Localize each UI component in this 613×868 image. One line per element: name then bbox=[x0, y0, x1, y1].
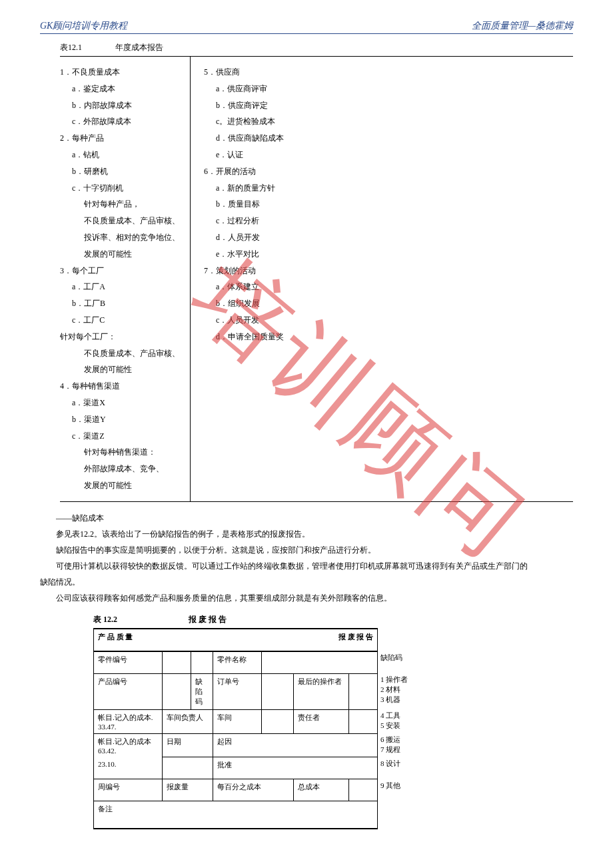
outline-item: c．工厂C bbox=[72, 313, 187, 328]
outline-item: a．体系建立 bbox=[216, 279, 284, 295]
outline-item: 针对每种销售渠道： bbox=[84, 445, 187, 460]
table-12-1-left-col: 1．不良质量成本a．鉴定成本b．内部故障成本c．外部故障成本2．每种产品a．钻机… bbox=[60, 57, 191, 501]
outline-item: a．渠道X bbox=[72, 395, 187, 411]
outline-item: b．质量目标 bbox=[216, 197, 284, 212]
lbl-product-no: 产品编号 bbox=[94, 673, 163, 709]
outline-item: a．鉴定成本 bbox=[72, 81, 187, 97]
outline-item: 针对每个工厂： bbox=[60, 329, 187, 345]
val-responsible bbox=[349, 709, 378, 733]
outline-item: b．供应商评定 bbox=[216, 98, 284, 113]
lbl-scrap-qty: 报废量 bbox=[163, 779, 213, 801]
val-order-no bbox=[262, 673, 294, 709]
outline-item: c．人员开发 bbox=[216, 313, 284, 328]
body-text: ——缺陷成本 参见表12.2。该表给出了一份缺陷报告的例子，是表格形式的报废报告… bbox=[40, 510, 573, 606]
lbl-defect-code: 缺陷码 bbox=[191, 673, 213, 709]
outline-item: 6．开展的活动 bbox=[204, 164, 284, 179]
outline-item: 5．供应商 bbox=[204, 65, 284, 80]
lbl-last-op: 最后的操作者 bbox=[294, 673, 349, 709]
lbl-cause: 起因 bbox=[213, 733, 378, 757]
side-5: 9 其他 bbox=[378, 779, 420, 801]
outline-item: b．渠道Y bbox=[72, 412, 187, 427]
t2-header-left: 产 品 质 量 bbox=[94, 629, 262, 651]
lbl-cost-per-100: 每百分之成本 bbox=[213, 779, 294, 801]
lbl-part-name: 零件名称 bbox=[213, 651, 262, 674]
table-12-1-right-col: 5．供应商a．供应商评审b．供应商评定c。进货检验成本d．供应商缺陷成本e．认证… bbox=[191, 57, 287, 501]
lbl-approve: 批准 bbox=[213, 757, 378, 779]
outline-item: b．研磨机 bbox=[72, 164, 187, 179]
outline-item: b．工厂B bbox=[72, 296, 187, 311]
val-shop bbox=[262, 709, 294, 733]
lbl-remark: 备注 bbox=[94, 801, 378, 829]
outline-item: d．人员开发 bbox=[216, 230, 284, 245]
outline-item: c．过程分析 bbox=[216, 213, 284, 229]
lbl-shop-resp: 车间负责人 bbox=[163, 709, 213, 733]
side-title: 缺陷码 bbox=[378, 651, 420, 674]
val-total-cost bbox=[349, 779, 378, 801]
outline-item: e．认证 bbox=[216, 147, 284, 163]
outline-item: d．申请全国质量奖 bbox=[216, 329, 284, 345]
outline-item: 投诉率、相对的竞争地位、 bbox=[84, 230, 187, 245]
page-header: GK顾问培训专用教程 全面质量管理—桑德霍姆 bbox=[40, 20, 573, 34]
outline-item: 不良质量成本、产品审核、 bbox=[84, 213, 187, 229]
outline-item: 针对每种产品， bbox=[84, 197, 187, 212]
outline-item: a．供应商评审 bbox=[216, 81, 284, 97]
para-see-12-2: 参见表12.2。该表给出了一份缺陷报告的例子，是表格形式的报废报告。 bbox=[40, 526, 573, 542]
lbl-week-no: 周编号 bbox=[94, 779, 163, 801]
outline-item: 发展的可能性 bbox=[84, 247, 187, 262]
outline-item: 4．每种销售渠道 bbox=[60, 379, 187, 394]
para-defect-cost-heading: ——缺陷成本 bbox=[40, 510, 573, 526]
table-12-2-number: 表 12.2 bbox=[93, 614, 187, 625]
outline-item: b．组织发展 bbox=[216, 296, 284, 311]
para-facts-concise: 缺陷报告中的事实应是简明扼要的，以便于分析。这就是说，应按部门和按产品进行分析。 bbox=[40, 542, 573, 558]
lbl-part-no: 零件编号 bbox=[94, 651, 163, 674]
val-product-no bbox=[163, 673, 191, 709]
lbl-acct3: 23.10. bbox=[94, 757, 163, 779]
header-right: 全面质量管理—桑德霍姆 bbox=[472, 20, 573, 32]
table-12-2-title: 报 废 报 告 bbox=[189, 615, 227, 624]
para-computer-feedback-1: 可使用计算机以获得较快的数据反馈。可以通过工作站的终端收集数据，管理者使用打印机… bbox=[40, 558, 573, 574]
outline-item: 1．不良质量成本 bbox=[60, 65, 187, 80]
t2-header-right: 报 废 报 告 bbox=[262, 629, 378, 651]
outline-item: c。进货检验成本 bbox=[216, 114, 284, 129]
val-last-op bbox=[349, 673, 378, 709]
lbl-date: 日期 bbox=[163, 733, 213, 757]
header-left: GK顾问培训专用教程 bbox=[40, 20, 127, 32]
outline-item: 7．策划的活动 bbox=[204, 263, 284, 279]
outline-item: c．外部故障成本 bbox=[72, 114, 187, 129]
lbl-total-cost: 总成本 bbox=[294, 779, 349, 801]
lbl-order-no: 订单号 bbox=[213, 673, 262, 709]
outline-item: c．十字切削机 bbox=[72, 181, 187, 196]
side-4: 8 设计 bbox=[378, 757, 420, 779]
table-12-1-caption: 表12.1 年度成本报告 bbox=[60, 39, 573, 57]
val-part-name bbox=[262, 651, 378, 674]
side-3: 6 搬运7 规程 bbox=[378, 733, 420, 757]
outline-item: 不良质量成本、产品审核、 bbox=[84, 346, 187, 361]
lbl-acct2: 帐目.记入的成本 63.42. bbox=[94, 733, 163, 757]
outline-item: 外部故障成本、竞争、 bbox=[84, 461, 187, 477]
outline-item: 发展的可能性 bbox=[84, 362, 187, 377]
val-part-no-2 bbox=[191, 651, 213, 674]
outline-item: d．供应商缺陷成本 bbox=[216, 131, 284, 146]
val-part-no bbox=[163, 651, 191, 674]
outline-item: a．钻机 bbox=[72, 147, 187, 163]
outline-item: e．水平对比 bbox=[216, 247, 284, 262]
outline-item: b．内部故障成本 bbox=[72, 98, 187, 113]
val-date bbox=[163, 757, 213, 779]
outline-item: 发展的可能性 bbox=[84, 478, 187, 493]
table-12-2: 产 品 质 量 报 废 报 告 零件编号 零件名称 缺陷码 产品编号 缺陷码 订… bbox=[93, 628, 420, 830]
side-1: 1 操作者2 材料3 机器 bbox=[378, 673, 420, 709]
outline-item: a．工厂A bbox=[72, 279, 187, 295]
side-2: 4 工具5 安装 bbox=[378, 709, 420, 733]
outline-item: 2．每种产品 bbox=[60, 131, 187, 146]
table-12-2-caption: 表 12.2 报 废 报 告 bbox=[93, 614, 573, 625]
lbl-responsible: 责任者 bbox=[294, 709, 349, 733]
para-computer-feedback-2: 缺陷情况。 bbox=[40, 574, 573, 590]
outline-item: 3．每个工厂 bbox=[60, 263, 187, 279]
outline-item: c．渠道Z bbox=[72, 429, 187, 444]
lbl-acct1: 帐目.记入的成本. 33.47. bbox=[94, 709, 163, 733]
outline-item: a．新的质量方针 bbox=[216, 181, 284, 196]
table-12-1-number: 表12.1 bbox=[60, 42, 113, 53]
table-12-1-body: 1．不良质量成本a．鉴定成本b．内部故障成本c．外部故障成本2．每种产品a．钻机… bbox=[60, 57, 573, 502]
para-customer-info: 公司应该获得顾客如何感觉产品和服务质量的信息，其重要组成部分就是有关外部顾客的信… bbox=[40, 590, 573, 606]
lbl-shop: 车间 bbox=[213, 709, 262, 733]
